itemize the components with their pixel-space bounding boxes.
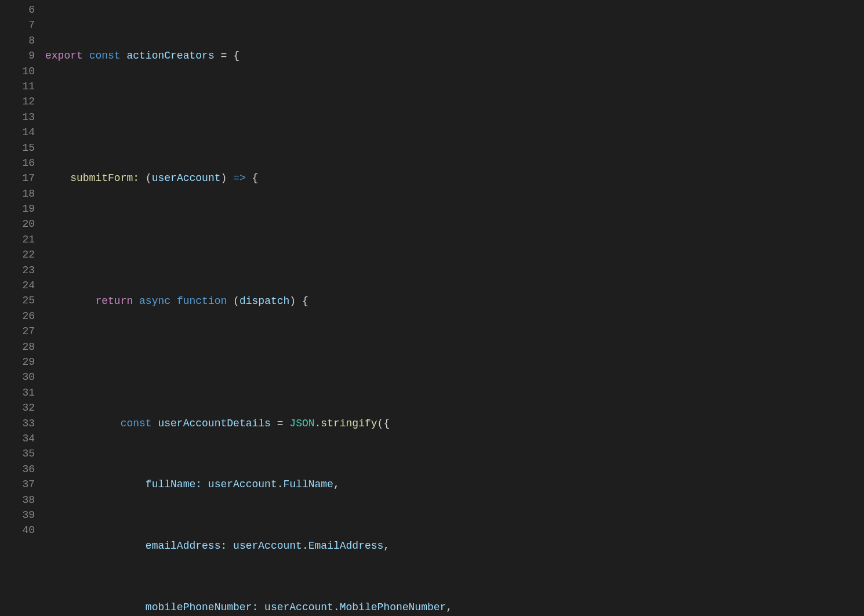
line-number: 19 [0, 201, 35, 216]
line-number: 24 [0, 278, 35, 293]
line-number: 10 [0, 64, 35, 79]
line-number: 9 [0, 48, 35, 63]
line-number: 16 [0, 155, 35, 171]
line-number: 23 [0, 263, 35, 278]
line-number: 7 [0, 17, 35, 32]
line-number: 33 [0, 416, 35, 431]
code-line[interactable]: const userAccountDetails = JSON.stringif… [45, 416, 452, 431]
code-editor[interactable]: 6 7 8 9 10 11 12 13 14 15 16 17 18 19 20… [0, 0, 864, 616]
line-number: 30 [0, 369, 35, 385]
line-number: 40 [0, 523, 35, 538]
line-number: 11 [0, 79, 35, 94]
line-number: 37 [0, 477, 35, 492]
line-number: 17 [0, 171, 35, 186]
line-number: 28 [0, 339, 35, 354]
line-number: 36 [0, 462, 35, 477]
line-number: 14 [0, 125, 35, 140]
line-number: 31 [0, 385, 35, 400]
line-number: 12 [0, 94, 35, 109]
code-line[interactable]: return async function (dispatch) { [45, 293, 452, 309]
line-number-gutter: 6 7 8 9 10 11 12 13 14 15 16 17 18 19 20… [0, 0, 45, 616]
line-number: 39 [0, 508, 35, 523]
line-number: 34 [0, 431, 35, 446]
line-number: 6 [0, 2, 35, 17]
code-line[interactable]: emailAddress: userAccount.EmailAddress, [45, 538, 452, 553]
line-number: 21 [0, 232, 35, 247]
line-number: 35 [0, 446, 35, 461]
line-number: 22 [0, 247, 35, 262]
line-number: 38 [0, 492, 35, 508]
code-line[interactable] [45, 232, 452, 247]
code-line[interactable]: fullName: userAccount.FullName, [45, 477, 452, 492]
line-number: 20 [0, 216, 35, 231]
code-area[interactable]: export const actionCreators = { submitFo… [45, 0, 452, 616]
line-number: 13 [0, 110, 35, 125]
code-line[interactable]: export const actionCreators = { [45, 48, 452, 63]
line-number: 32 [0, 400, 35, 415]
line-number: 8 [0, 33, 35, 48]
line-number: 29 [0, 354, 35, 369]
code-line[interactable]: mobilePhoneNumber: userAccount.MobilePho… [45, 600, 452, 615]
code-line[interactable] [45, 110, 452, 125]
line-number: 25 [0, 293, 35, 308]
line-number: 18 [0, 186, 35, 201]
code-line[interactable]: submitForm: (userAccount) => { [45, 171, 452, 186]
line-number: 15 [0, 140, 35, 155]
line-number: 27 [0, 324, 35, 339]
code-line[interactable] [45, 354, 452, 369]
line-number: 26 [0, 309, 35, 324]
